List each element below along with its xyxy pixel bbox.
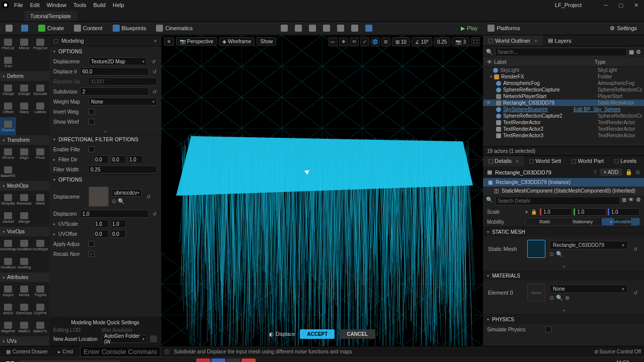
scale-y[interactable]: 1.0 xyxy=(574,208,606,216)
tool-voxbool[interactable]: VoxBool xyxy=(0,254,16,273)
reset-icon[interactable]: ⊗ xyxy=(565,295,570,301)
physics-header[interactable]: Physics xyxy=(483,314,644,324)
camera-speed[interactable]: 📷 3 xyxy=(452,37,469,46)
outliner-item[interactable]: 👁Rectangle_C83DDD79StaticMeshActor xyxy=(483,100,644,106)
mail-icon[interactable]: ✉ xyxy=(166,358,180,363)
viewport[interactable]: ≡ 📷 Perspective ◈ Wireframe Show ▭ ✥ ⟲ ⤢… xyxy=(161,35,483,346)
tool-mirror[interactable]: Mirror xyxy=(16,35,32,53)
help-icon[interactable]: ? xyxy=(594,169,597,175)
expand-section[interactable]: ⌄ xyxy=(483,261,644,270)
tool-xform[interactable]: XForm xyxy=(0,145,16,163)
clock[interactable]: 11:5831-5-2022 xyxy=(606,360,629,363)
outliner-item[interactable]: SphereReflectionCapture2SphereReflection… xyxy=(483,113,644,119)
tool-mated[interactable]: MatEd xyxy=(16,318,32,336)
static-mesh-header[interactable]: Static Mesh xyxy=(483,227,644,237)
tool-baketx[interactable]: BakeTx xyxy=(32,318,48,336)
angle-snap[interactable]: ∠ 10° xyxy=(412,37,432,46)
category-voxops[interactable]: VoxOps xyxy=(0,227,49,236)
tool-mappnt[interactable]: MapPnt xyxy=(0,318,16,336)
scale-z[interactable]: 1.0 xyxy=(608,208,640,216)
tool-bakers[interactable]: BakeRS xyxy=(0,163,16,181)
brush-tool[interactable] xyxy=(320,23,333,33)
reset-icon[interactable]: ↺ xyxy=(150,58,157,65)
mesh-asset-select[interactable]: Rectangle_C83DDD79 xyxy=(549,241,628,249)
mesh-thumbnail[interactable] xyxy=(527,240,545,258)
content-drawer-button[interactable]: ▦ Content Drawer xyxy=(3,348,51,355)
tool-merge[interactable]: Merge xyxy=(16,209,32,227)
taskbar-search[interactable]: 🔍 Typ hier om te zoeken xyxy=(19,360,120,362)
app-icon[interactable] xyxy=(242,358,256,363)
menu-file[interactable]: File xyxy=(14,2,23,8)
tool-inspct[interactable]: Inspct xyxy=(0,282,16,300)
lock-icon[interactable]: 🔒 xyxy=(625,169,632,175)
tool-polycut[interactable]: PolyCut xyxy=(32,35,48,53)
tool-grppnt[interactable]: GrpPnt xyxy=(32,300,48,318)
scale-x[interactable]: 1.0 xyxy=(540,208,572,216)
tool-displce[interactable]: Displce xyxy=(0,117,16,135)
filter-icon[interactable]: ▦ xyxy=(629,49,634,55)
search-icon[interactable]: 🔍 xyxy=(118,198,125,205)
uvscale-y[interactable] xyxy=(111,220,126,228)
eye-icon[interactable]: 👁 xyxy=(628,197,634,205)
tab-layers[interactable]: ▤ Layers xyxy=(543,35,577,46)
start-button[interactable] xyxy=(2,358,18,363)
material-thumbnail[interactable]: None xyxy=(527,284,545,302)
fracture-tool[interactable] xyxy=(349,23,361,33)
folder-picker[interactable] xyxy=(150,335,157,342)
tool-voxmrg[interactable]: VoxMrg xyxy=(16,254,32,273)
simulate-physics-checkbox[interactable] xyxy=(545,326,551,332)
platforms-button[interactable]: Platforms xyxy=(484,23,524,33)
gear-icon[interactable]: ⚙ xyxy=(636,197,641,205)
options-header[interactable]: Options xyxy=(49,47,161,56)
document-tab[interactable]: TutorialTemplate xyxy=(24,11,77,21)
use-icon[interactable]: ⊙ xyxy=(549,295,554,301)
tool-trim[interactable]: Trim xyxy=(0,53,16,71)
reset-icon[interactable]: ↺ xyxy=(152,88,157,95)
tool-gengrps[interactable]: GenGrps xyxy=(16,300,32,318)
select-mode-icon[interactable]: ▭ xyxy=(329,37,338,46)
tab-world-outliner[interactable]: ⬚ World Outliner× xyxy=(483,35,543,46)
uvoffset-y[interactable] xyxy=(111,230,126,238)
reset-icon[interactable]: ↺ xyxy=(145,193,152,200)
show-wireframe-checkbox[interactable] xyxy=(89,119,95,125)
mode-tab-label[interactable]: Modeling xyxy=(61,38,84,44)
browse-icon[interactable]: ⊙ xyxy=(635,169,640,175)
mobility-segmented[interactable]: StaticStationary▸ Movable xyxy=(525,218,640,226)
menu-build[interactable]: Build xyxy=(94,2,106,8)
tool-pivot[interactable]: Pivot xyxy=(32,145,48,163)
apply-adj-checkbox[interactable] xyxy=(89,241,95,247)
menu-edit[interactable]: Edit xyxy=(30,2,40,8)
weightmap-select[interactable]: None xyxy=(89,98,157,106)
filter-dir-y[interactable] xyxy=(111,155,126,163)
landscape-tool[interactable] xyxy=(292,23,304,33)
uvoffset-x[interactable] xyxy=(94,230,109,238)
blueprints-button[interactable]: Blueprints xyxy=(109,23,150,33)
outliner-search[interactable] xyxy=(495,48,627,56)
edge-icon[interactable]: ◉ xyxy=(181,358,195,363)
play-button[interactable]: ▶ Play xyxy=(457,24,481,33)
options2-header[interactable]: Options xyxy=(49,175,161,185)
tab-world-sett[interactable]: ⬚ World Sett xyxy=(524,156,566,166)
tool-pincut[interactable]: PinCut xyxy=(0,35,16,53)
tool-remesh[interactable]: Remesh xyxy=(16,191,32,209)
reset-icon[interactable]: ↺ xyxy=(632,245,639,252)
subdivisions-input[interactable] xyxy=(80,87,149,96)
expand-toggle[interactable]: ⌄ xyxy=(49,127,161,134)
column-type[interactable]: Type xyxy=(595,59,640,65)
disp-channel-input[interactable] xyxy=(80,210,149,218)
grid-snap[interactable]: ⊞ 10 xyxy=(392,37,410,46)
settings-button[interactable]: ⚙ Settings xyxy=(606,24,641,33)
outliner-item[interactable]: SphereReflectionCaptureSphereReflectionC… xyxy=(483,86,644,93)
grid-icon[interactable]: ⊞ xyxy=(622,197,626,205)
quick-settings-header[interactable]: Modeling Mode Quick Settings xyxy=(51,319,159,326)
invert-weights-checkbox[interactable] xyxy=(89,109,95,115)
recalc-normals-checkbox[interactable] xyxy=(89,251,95,257)
enable-filter-checkbox[interactable] xyxy=(89,146,95,152)
tab-world-part[interactable]: ⬚ World Part xyxy=(566,156,609,166)
uvscale-x[interactable] xyxy=(94,220,109,228)
category-transform[interactable]: Transform xyxy=(0,135,49,145)
use-icon[interactable]: ⊙ xyxy=(549,251,554,257)
outliner-item[interactable]: TextRenderActorTextRenderActor xyxy=(483,119,644,126)
menu-help[interactable]: Help xyxy=(113,2,124,8)
browse-icon[interactable]: ⊙ xyxy=(112,198,116,205)
